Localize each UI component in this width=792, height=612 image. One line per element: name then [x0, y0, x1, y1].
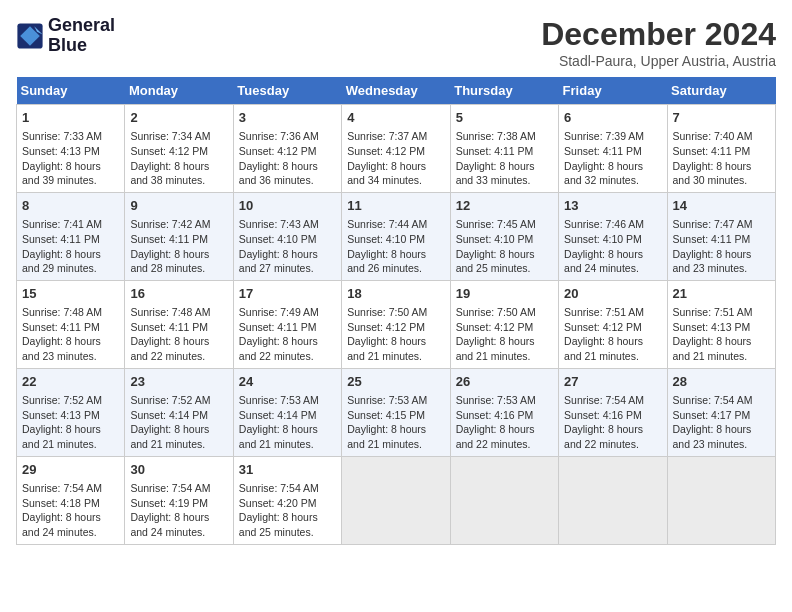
week-row-4: 22Sunrise: 7:52 AMSunset: 4:13 PMDayligh… [17, 368, 776, 456]
day-number: 31 [239, 461, 336, 479]
daylight-text: Daylight: 8 hours and 26 minutes. [347, 248, 426, 275]
sunset-text: Sunset: 4:10 PM [564, 233, 642, 245]
sunset-text: Sunset: 4:11 PM [130, 233, 208, 245]
sunrise-text: Sunrise: 7:50 AM [347, 306, 427, 318]
calendar-cell: 29Sunrise: 7:54 AMSunset: 4:18 PMDayligh… [17, 456, 125, 544]
sunrise-text: Sunrise: 7:48 AM [130, 306, 210, 318]
sunset-text: Sunset: 4:15 PM [347, 409, 425, 421]
calendar-cell: 18Sunrise: 7:50 AMSunset: 4:12 PMDayligh… [342, 280, 450, 368]
sunrise-text: Sunrise: 7:51 AM [564, 306, 644, 318]
day-number: 26 [456, 373, 553, 391]
sunrise-text: Sunrise: 7:39 AM [564, 130, 644, 142]
day-number: 22 [22, 373, 119, 391]
sunset-text: Sunset: 4:12 PM [564, 321, 642, 333]
calendar-cell: 22Sunrise: 7:52 AMSunset: 4:13 PMDayligh… [17, 368, 125, 456]
day-number: 12 [456, 197, 553, 215]
title-area: December 2024 Stadl-Paura, Upper Austria… [541, 16, 776, 69]
calendar-cell: 27Sunrise: 7:54 AMSunset: 4:16 PMDayligh… [559, 368, 667, 456]
calendar-cell: 12Sunrise: 7:45 AMSunset: 4:10 PMDayligh… [450, 192, 558, 280]
sunrise-text: Sunrise: 7:54 AM [239, 482, 319, 494]
daylight-text: Daylight: 8 hours and 30 minutes. [673, 160, 752, 187]
daylight-text: Daylight: 8 hours and 38 minutes. [130, 160, 209, 187]
sunrise-text: Sunrise: 7:48 AM [22, 306, 102, 318]
calendar-cell: 21Sunrise: 7:51 AMSunset: 4:13 PMDayligh… [667, 280, 775, 368]
calendar-cell: 24Sunrise: 7:53 AMSunset: 4:14 PMDayligh… [233, 368, 341, 456]
calendar-cell: 1Sunrise: 7:33 AMSunset: 4:13 PMDaylight… [17, 105, 125, 193]
day-number: 13 [564, 197, 661, 215]
sunrise-text: Sunrise: 7:46 AM [564, 218, 644, 230]
sunrise-text: Sunrise: 7:45 AM [456, 218, 536, 230]
day-number: 19 [456, 285, 553, 303]
daylight-text: Daylight: 8 hours and 22 minutes. [239, 335, 318, 362]
daylight-text: Daylight: 8 hours and 21 minutes. [347, 423, 426, 450]
daylight-text: Daylight: 8 hours and 33 minutes. [456, 160, 535, 187]
daylight-text: Daylight: 8 hours and 34 minutes. [347, 160, 426, 187]
sunrise-text: Sunrise: 7:54 AM [673, 394, 753, 406]
sunset-text: Sunset: 4:11 PM [673, 233, 751, 245]
sunrise-text: Sunrise: 7:54 AM [130, 482, 210, 494]
week-row-3: 15Sunrise: 7:48 AMSunset: 4:11 PMDayligh… [17, 280, 776, 368]
calendar-cell: 11Sunrise: 7:44 AMSunset: 4:10 PMDayligh… [342, 192, 450, 280]
daylight-text: Daylight: 8 hours and 21 minutes. [564, 335, 643, 362]
day-number: 10 [239, 197, 336, 215]
day-header-tuesday: Tuesday [233, 77, 341, 105]
calendar-cell: 31Sunrise: 7:54 AMSunset: 4:20 PMDayligh… [233, 456, 341, 544]
day-header-wednesday: Wednesday [342, 77, 450, 105]
sunset-text: Sunset: 4:11 PM [22, 321, 100, 333]
day-number: 17 [239, 285, 336, 303]
daylight-text: Daylight: 8 hours and 32 minutes. [564, 160, 643, 187]
calendar-cell: 5Sunrise: 7:38 AMSunset: 4:11 PMDaylight… [450, 105, 558, 193]
sunset-text: Sunset: 4:11 PM [239, 321, 317, 333]
calendar-cell: 13Sunrise: 7:46 AMSunset: 4:10 PMDayligh… [559, 192, 667, 280]
calendar-cell [559, 456, 667, 544]
daylight-text: Daylight: 8 hours and 23 minutes. [673, 423, 752, 450]
sunset-text: Sunset: 4:11 PM [564, 145, 642, 157]
calendar-cell: 8Sunrise: 7:41 AMSunset: 4:11 PMDaylight… [17, 192, 125, 280]
calendar-cell: 19Sunrise: 7:50 AMSunset: 4:12 PMDayligh… [450, 280, 558, 368]
sunrise-text: Sunrise: 7:51 AM [673, 306, 753, 318]
location-title: Stadl-Paura, Upper Austria, Austria [541, 53, 776, 69]
daylight-text: Daylight: 8 hours and 23 minutes. [673, 248, 752, 275]
sunset-text: Sunset: 4:10 PM [347, 233, 425, 245]
daylight-text: Daylight: 8 hours and 24 minutes. [130, 511, 209, 538]
sunrise-text: Sunrise: 7:49 AM [239, 306, 319, 318]
sunrise-text: Sunrise: 7:53 AM [347, 394, 427, 406]
sunset-text: Sunset: 4:20 PM [239, 497, 317, 509]
sunrise-text: Sunrise: 7:42 AM [130, 218, 210, 230]
week-row-2: 8Sunrise: 7:41 AMSunset: 4:11 PMDaylight… [17, 192, 776, 280]
daylight-text: Daylight: 8 hours and 22 minutes. [564, 423, 643, 450]
day-number: 6 [564, 109, 661, 127]
sunset-text: Sunset: 4:18 PM [22, 497, 100, 509]
daylight-text: Daylight: 8 hours and 21 minutes. [239, 423, 318, 450]
calendar-cell [342, 456, 450, 544]
calendar-cell: 2Sunrise: 7:34 AMSunset: 4:12 PMDaylight… [125, 105, 233, 193]
day-header-monday: Monday [125, 77, 233, 105]
sunset-text: Sunset: 4:13 PM [22, 409, 100, 421]
sunset-text: Sunset: 4:10 PM [456, 233, 534, 245]
daylight-text: Daylight: 8 hours and 21 minutes. [456, 335, 535, 362]
daylight-text: Daylight: 8 hours and 22 minutes. [456, 423, 535, 450]
sunrise-text: Sunrise: 7:41 AM [22, 218, 102, 230]
calendar-cell: 4Sunrise: 7:37 AMSunset: 4:12 PMDaylight… [342, 105, 450, 193]
calendar-cell: 16Sunrise: 7:48 AMSunset: 4:11 PMDayligh… [125, 280, 233, 368]
day-header-saturday: Saturday [667, 77, 775, 105]
day-number: 30 [130, 461, 227, 479]
daylight-text: Daylight: 8 hours and 28 minutes. [130, 248, 209, 275]
calendar-cell: 30Sunrise: 7:54 AMSunset: 4:19 PMDayligh… [125, 456, 233, 544]
daylight-text: Daylight: 8 hours and 24 minutes. [22, 511, 101, 538]
day-number: 29 [22, 461, 119, 479]
sunset-text: Sunset: 4:11 PM [456, 145, 534, 157]
week-row-1: 1Sunrise: 7:33 AMSunset: 4:13 PMDaylight… [17, 105, 776, 193]
daylight-text: Daylight: 8 hours and 21 minutes. [130, 423, 209, 450]
daylight-text: Daylight: 8 hours and 36 minutes. [239, 160, 318, 187]
calendar-cell: 26Sunrise: 7:53 AMSunset: 4:16 PMDayligh… [450, 368, 558, 456]
day-header-thursday: Thursday [450, 77, 558, 105]
sunrise-text: Sunrise: 7:43 AM [239, 218, 319, 230]
sunset-text: Sunset: 4:12 PM [456, 321, 534, 333]
sunrise-text: Sunrise: 7:33 AM [22, 130, 102, 142]
sunrise-text: Sunrise: 7:54 AM [564, 394, 644, 406]
day-number: 27 [564, 373, 661, 391]
sunset-text: Sunset: 4:11 PM [130, 321, 208, 333]
sunrise-text: Sunrise: 7:37 AM [347, 130, 427, 142]
logo-icon [16, 22, 44, 50]
